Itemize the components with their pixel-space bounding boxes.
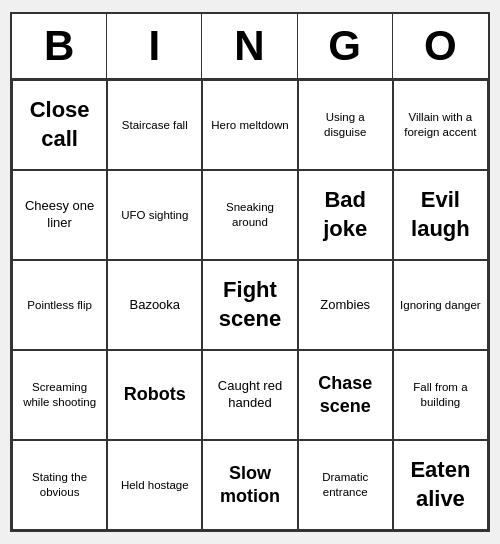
letter-i: I xyxy=(107,14,202,78)
bingo-cell-12[interactable]: Fight scene xyxy=(202,260,297,350)
letter-g: G xyxy=(298,14,393,78)
letter-n: N xyxy=(202,14,297,78)
bingo-cell-17[interactable]: Caught red handed xyxy=(202,350,297,440)
bingo-cell-16[interactable]: Robots xyxy=(107,350,202,440)
bingo-cell-6[interactable]: UFO sighting xyxy=(107,170,202,260)
bingo-cell-5[interactable]: Cheesy one liner xyxy=(12,170,107,260)
bingo-cell-13[interactable]: Zombies xyxy=(298,260,393,350)
bingo-cell-2[interactable]: Hero meltdown xyxy=(202,80,297,170)
bingo-header: B I N G O xyxy=(12,14,488,80)
letter-o: O xyxy=(393,14,488,78)
bingo-cell-9[interactable]: Evil laugh xyxy=(393,170,488,260)
bingo-cell-1[interactable]: Staircase fall xyxy=(107,80,202,170)
bingo-cell-11[interactable]: Bazooka xyxy=(107,260,202,350)
letter-b: B xyxy=(12,14,107,78)
bingo-cell-20[interactable]: Stating the obvious xyxy=(12,440,107,530)
bingo-cell-15[interactable]: Screaming while shooting xyxy=(12,350,107,440)
bingo-cell-18[interactable]: Chase scene xyxy=(298,350,393,440)
bingo-cell-0[interactable]: Close call xyxy=(12,80,107,170)
bingo-cell-8[interactable]: Bad joke xyxy=(298,170,393,260)
bingo-cell-3[interactable]: Using a disguise xyxy=(298,80,393,170)
bingo-cell-7[interactable]: Sneaking around xyxy=(202,170,297,260)
bingo-cell-10[interactable]: Pointless flip xyxy=(12,260,107,350)
bingo-cell-24[interactable]: Eaten alive xyxy=(393,440,488,530)
bingo-cell-19[interactable]: Fall from a building xyxy=(393,350,488,440)
bingo-cell-22[interactable]: Slow motion xyxy=(202,440,297,530)
bingo-grid: Close callStaircase fallHero meltdownUsi… xyxy=(12,80,488,530)
bingo-cell-14[interactable]: Ignoring danger xyxy=(393,260,488,350)
bingo-card: B I N G O Close callStaircase fallHero m… xyxy=(10,12,490,532)
bingo-cell-21[interactable]: Held hostage xyxy=(107,440,202,530)
bingo-cell-4[interactable]: Villain with a foreign accent xyxy=(393,80,488,170)
bingo-cell-23[interactable]: Dramatic entrance xyxy=(298,440,393,530)
